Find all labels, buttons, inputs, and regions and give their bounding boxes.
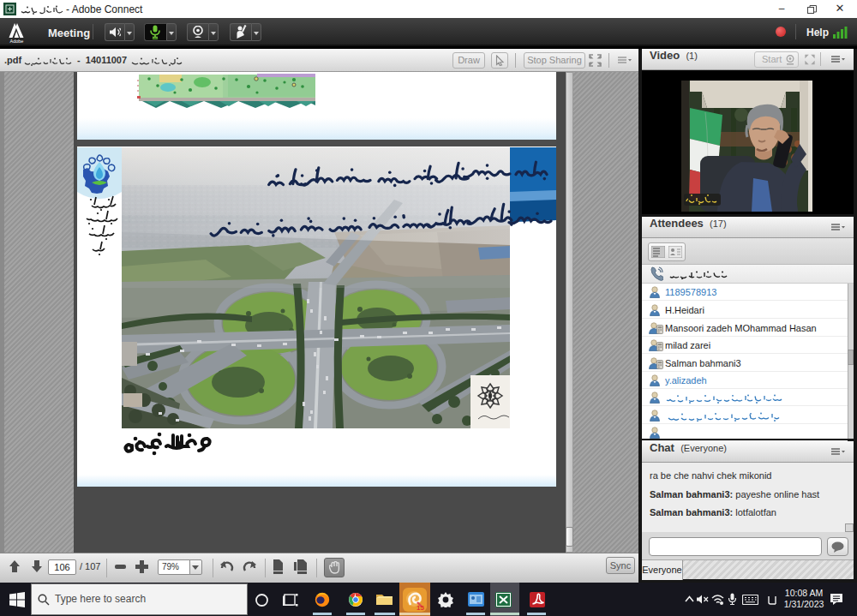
svg-text:Adobe: Adobe (10, 39, 24, 44)
svg-text:15: 15 (417, 604, 424, 612)
